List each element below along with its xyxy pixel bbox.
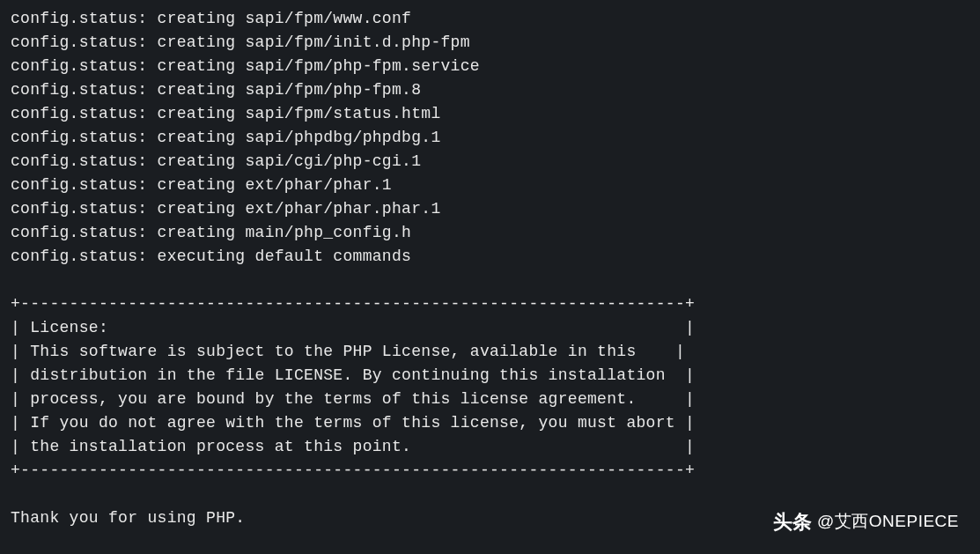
terminal-line: config.status: creating sapi/cgi/php-cgi… — [11, 150, 969, 174]
terminal-line: +---------------------------------------… — [11, 292, 969, 316]
terminal-line: config.status: creating sapi/fpm/init.d.… — [11, 31, 969, 55]
watermark-user: @艾西ONEPIECE — [817, 509, 959, 535]
terminal-line: +---------------------------------------… — [11, 459, 969, 483]
terminal-line: config.status: creating sapi/fpm/www.con… — [11, 7, 969, 31]
terminal-line: config.status: creating ext/phar/phar.1 — [11, 174, 969, 197]
terminal-line: config.status: creating sapi/fpm/status.… — [11, 102, 969, 126]
terminal-line: config.status: creating main/php_config.… — [11, 221, 969, 245]
terminal-line: | If you do not agree with the terms of … — [11, 411, 969, 435]
terminal-line: config.status: creating sapi/fpm/php-fpm… — [11, 55, 969, 78]
terminal-line: | process, you are bound by the terms of… — [11, 388, 969, 411]
terminal-line: | distribution in the file LICENSE. By c… — [11, 364, 969, 388]
terminal-line — [11, 483, 969, 506]
terminal-line: config.status: creating ext/phar/phar.ph… — [11, 197, 969, 221]
watermark-brand: 头条 — [773, 507, 812, 536]
terminal-line: | the installation process at this point… — [11, 435, 969, 459]
terminal-line: config.status: executing default command… — [11, 245, 969, 269]
watermark: 头条 @艾西ONEPIECE — [773, 507, 959, 536]
terminal-output: config.status: creating sapi/fpm/www.con… — [11, 7, 969, 530]
terminal-line: | This software is subject to the PHP Li… — [11, 340, 969, 364]
terminal-line: config.status: creating sapi/phpdbg/phpd… — [11, 126, 969, 150]
terminal-line: | License: | — [11, 316, 969, 340]
terminal-line: config.status: creating sapi/fpm/php-fpm… — [11, 78, 969, 102]
terminal-line — [11, 269, 969, 292]
